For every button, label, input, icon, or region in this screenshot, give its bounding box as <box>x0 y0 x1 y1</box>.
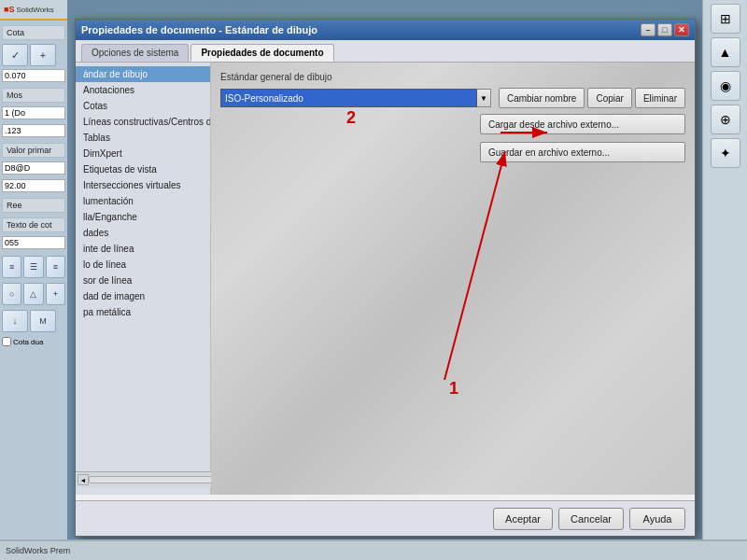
value-92: 92.00 <box>2 179 65 192</box>
align-right-btn[interactable]: ≡ <box>46 256 65 278</box>
cota-section: Cota <box>2 25 65 40</box>
ayuda-btn[interactable]: Ayuda <box>629 508 685 530</box>
scroll-left-btn[interactable]: ◄ <box>78 474 89 485</box>
cota-label: Cota <box>7 28 24 37</box>
nav-item-etiquetas[interactable]: Etiquetas de vista <box>76 161 210 177</box>
standard-select-value: ISO-Personalizado <box>225 93 303 104</box>
section-label: Estándar general de dibujo <box>220 72 685 82</box>
sw-logo-area: ■S SolidWorks <box>0 0 67 21</box>
main-dialog: Propiedades de documento - Estándar de d… <box>75 19 696 537</box>
sw-logo-label: SolidWorks <box>16 6 53 14</box>
standard-section: Estándar general de dibujo ISO-Personali… <box>220 72 685 166</box>
tab-documento[interactable]: Propiedades de documento <box>190 44 333 62</box>
nav-item-cotas[interactable]: Cotas <box>76 98 210 114</box>
dialog-titlebar: Propiedades de documento - Estándar de d… <box>76 20 695 40</box>
svg-text:1: 1 <box>449 379 458 398</box>
dialog-title: Propiedades de documento - Estándar de d… <box>81 24 641 35</box>
aceptar-btn[interactable]: Aceptar <box>493 508 553 530</box>
texto-section: Texto de cot <box>2 217 65 232</box>
eliminar-btn[interactable]: Eliminar <box>635 88 685 108</box>
nav-item-alimentacion[interactable]: lumentación <box>76 193 210 209</box>
nav-item-estilo-linea[interactable]: lo de línea <box>76 257 210 273</box>
copiar-btn[interactable]: Copiar <box>587 88 631 108</box>
dialog-tabs: Opciones de sistema Propiedades de docum… <box>76 40 695 63</box>
cota-toolbar: ✓ + <box>2 44 65 66</box>
rt-btn-2[interactable]: ▲ <box>711 37 740 67</box>
cota-dual-label: Cota dua <box>13 338 43 346</box>
nav-item-unidades[interactable]: dades <box>76 225 210 241</box>
cota-checkbox[interactable] <box>2 337 11 346</box>
cambiar-nombre-btn[interactable]: Cambiar nombre <box>499 88 585 108</box>
nav-item-grosor-linea2[interactable]: sor de línea <box>76 273 210 288</box>
dialog-content: ándar de dibujo Anotaciones Cotas Líneas… <box>76 63 695 495</box>
valor-primar-section: Valor primar <box>2 143 65 158</box>
delta-btn[interactable]: △ <box>23 283 43 305</box>
nav-panel: ándar de dibujo Anotaciones Cotas Líneas… <box>76 63 211 495</box>
nav-item-calidad[interactable]: dad de imagen <box>76 288 210 304</box>
value-d8: D8@D <box>2 161 65 175</box>
sw-left-toolbar: Cota ✓ + 0.070 Mos 1 (Do .123 Valor prim… <box>0 21 67 350</box>
nav-scrollbar: ◄ ► <box>76 471 211 487</box>
svg-line-2 <box>444 151 505 380</box>
nav-item-lineas-constructivas[interactable]: Líneas constructivas/Centros de e <box>76 114 210 130</box>
file-buttons-group: Cargar desde archivo externo... Guardar … <box>349 114 685 166</box>
sw-left-panel: ■S SolidWorks Cota ✓ + 0.070 Mos 1 (Do .… <box>0 0 67 560</box>
cargar-archivo-btn[interactable]: Cargar desde archivo externo... <box>480 114 685 134</box>
main-content-area: Estándar general de dibujo ISO-Personali… <box>211 63 695 495</box>
ree-section: Ree <box>2 198 65 213</box>
mos-section: Mos <box>2 88 65 103</box>
sw-logo-text: ■S <box>4 5 14 14</box>
statusbar-text: SolidWorks Prem <box>6 546 70 555</box>
sw-right-panel: ⊞ ▲ ◉ ⊕ ✦ <box>702 0 747 560</box>
rt-btn-3[interactable]: ◉ <box>711 71 740 101</box>
nav-item-grosor-linea[interactable]: inte de línea <box>76 241 210 257</box>
m-btn[interactable]: M <box>30 310 56 332</box>
align-center-btn[interactable]: ☰ <box>23 256 43 278</box>
nav-item-malla[interactable]: lla/Enganche <box>76 209 210 225</box>
maximize-btn[interactable]: □ <box>657 23 672 36</box>
standard-select-row: ISO-Personalizado ▼ Cambiar nombre Copia… <box>220 88 685 108</box>
sw-statusbar: SolidWorks Prem <box>0 539 747 560</box>
nav-item-anotaciones[interactable]: Anotaciones <box>76 82 210 98</box>
nav-item-dimxpert[interactable]: DimXpert <box>76 146 210 161</box>
arrow-down-btn[interactable]: ↓ <box>2 310 28 332</box>
check-icon-btn[interactable]: ✓ <box>2 44 28 66</box>
action-buttons-group: Cambiar nombre Copiar Eliminar <box>499 88 685 108</box>
cancelar-btn[interactable]: Cancelar <box>558 508 624 530</box>
dropdown-arrow-btn[interactable]: ▼ <box>476 89 491 107</box>
nav-item-estandar[interactable]: ándar de dibujo <box>76 66 210 82</box>
nav-item-intersecciones[interactable]: Intersecciones virtuales <box>76 177 210 193</box>
dialog-footer: Aceptar Cancelar Ayuda <box>76 500 695 536</box>
minimize-btn[interactable]: – <box>641 23 655 36</box>
circle-btn[interactable]: ○ <box>2 283 21 305</box>
guardar-archivo-btn[interactable]: Guardar en archivo externo... <box>480 142 685 162</box>
scrollbar-track[interactable] <box>89 476 211 483</box>
tab-sistema[interactable]: Opciones de sistema <box>81 44 189 62</box>
plus2-btn[interactable]: + <box>46 283 65 305</box>
rt-btn-4[interactable]: ⊕ <box>711 105 740 134</box>
rt-btn-5[interactable]: ✦ <box>711 138 740 168</box>
value-123: .123 <box>2 124 65 137</box>
nav-item-tablas[interactable]: Tablas <box>76 130 210 146</box>
plus-icon-btn[interactable]: + <box>30 44 56 66</box>
rt-btn-1[interactable]: ⊞ <box>711 4 740 34</box>
align-left-btn[interactable]: ≡ <box>2 256 21 278</box>
nav-item-chapa[interactable]: pa metálica <box>76 304 210 320</box>
close-btn[interactable]: ✕ <box>674 23 689 36</box>
value-055: 055 <box>2 236 65 249</box>
standard-select-container: ISO-Personalizado <box>220 89 477 107</box>
value-070: 0.070 <box>2 69 65 82</box>
titlebar-controls: – □ ✕ <box>641 23 689 36</box>
value-1do: 1 (Do <box>2 106 65 119</box>
